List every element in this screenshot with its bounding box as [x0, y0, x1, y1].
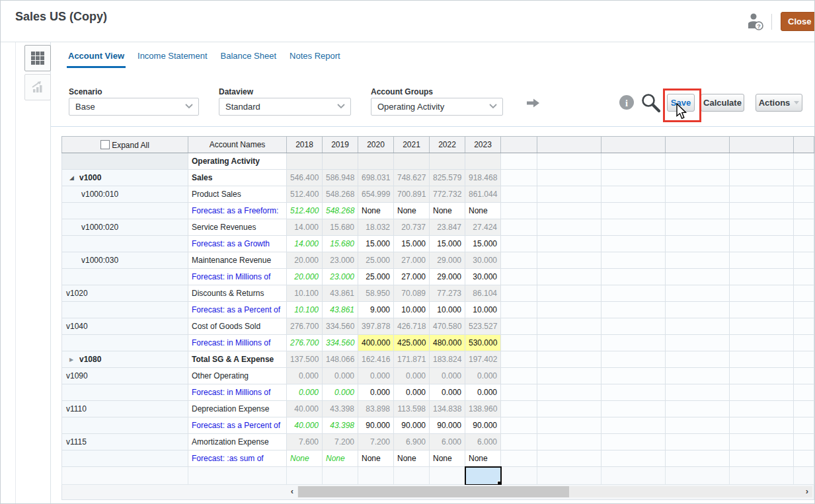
scroll-left-arrow[interactable]: ‹ — [288, 486, 297, 497]
fill-handle[interactable] — [497, 481, 501, 485]
account-code-cell: ▶v1080 — [62, 351, 188, 368]
account-code-cell: v1110 — [62, 401, 188, 417]
tab-account-view[interactable]: Account View — [67, 50, 126, 68]
value-cell[interactable]: 425.000 — [394, 335, 430, 351]
tab-income-statement[interactable]: Income Statement — [136, 50, 209, 68]
empty-cell — [537, 351, 602, 368]
actions-button[interactable]: Actions — [756, 94, 802, 112]
value-cell[interactable]: 90.000 — [358, 417, 394, 434]
value-cell[interactable]: 90.000 — [394, 417, 430, 434]
info-icon[interactable]: i — [619, 95, 634, 110]
user-assistance-icon[interactable]: ? — [746, 12, 765, 32]
account-name-cell: Discounts & Returns — [188, 285, 287, 302]
expand-all-checkbox[interactable] — [100, 140, 110, 149]
account-groups-select[interactable]: Operating Activity — [371, 98, 503, 116]
selected-cell[interactable] — [465, 467, 501, 485]
value-cell: 6.000 — [465, 434, 501, 450]
empty-cell — [501, 368, 537, 384]
value-cell[interactable]: 0.000 — [465, 384, 501, 401]
value-cell[interactable]: None — [358, 450, 394, 467]
value-cell: 23.000 — [323, 252, 358, 269]
empty-column-header — [602, 137, 666, 153]
table-row: Forecast: as a Percent of10.10043.8619.0… — [62, 302, 814, 318]
value-cell[interactable]: 15.000 — [394, 236, 430, 252]
chevron-down-icon — [184, 103, 194, 110]
dataview-select[interactable]: Standard — [219, 98, 351, 116]
header-divider — [771, 14, 772, 30]
scenario-label: Scenario — [69, 87, 102, 96]
account-code-cell: v1000:030 — [62, 252, 188, 269]
value-cell[interactable]: 10.000 — [430, 302, 465, 318]
chart-view-button[interactable] — [24, 74, 51, 100]
account-code-cell: v1115 — [62, 434, 188, 450]
value-cell[interactable]: None — [394, 450, 430, 467]
value-cell[interactable]: 10.000 — [394, 302, 430, 318]
collapse-node-icon[interactable]: ◢ — [69, 174, 77, 181]
value-cell[interactable]: 30.000 — [465, 269, 501, 285]
close-button[interactable]: Close — [781, 12, 815, 31]
value-cell: 18.032 — [358, 219, 394, 236]
account-name-cell: Total SG & A Expense — [188, 351, 287, 368]
value-cell[interactable]: 90.000 — [465, 417, 501, 434]
empty-cell — [537, 368, 602, 384]
scroll-right-arrow[interactable]: › — [802, 486, 812, 497]
column-header-2023[interactable]: 2023 — [465, 137, 501, 153]
empty-cell — [537, 236, 602, 252]
value-cell[interactable]: 9.000 — [358, 302, 394, 318]
value-cell[interactable]: None — [430, 450, 465, 467]
value-cell[interactable]: 0.000 — [358, 384, 394, 401]
empty-cell — [730, 384, 794, 401]
value-cell[interactable]: 27.000 — [394, 269, 430, 285]
value-cell: 15.680 — [323, 236, 358, 252]
value-cell: 30.000 — [465, 252, 501, 269]
value-cell: 20.000 — [287, 252, 323, 269]
value-cell[interactable]: None — [430, 203, 465, 219]
value-cell[interactable]: None — [394, 203, 430, 219]
value-cell[interactable]: None — [465, 450, 501, 467]
value-cell[interactable]: None — [358, 203, 394, 219]
expand-node-icon[interactable]: ▶ — [69, 357, 77, 363]
empty-cell — [602, 417, 666, 434]
h-scrollbar-thumb[interactable] — [298, 486, 569, 497]
value-cell[interactable]: 0.000 — [430, 384, 465, 401]
search-icon[interactable] — [640, 92, 661, 113]
empty-cell — [501, 153, 537, 170]
save-button[interactable]: Save — [667, 94, 695, 112]
value-cell[interactable]: 25.000 — [358, 269, 394, 285]
next-arrow-icon[interactable] — [526, 98, 540, 108]
value-cell[interactable]: 29.000 — [430, 269, 465, 285]
value-cell[interactable]: 15.000 — [430, 236, 465, 252]
scenario-select[interactable]: Base — [69, 98, 199, 116]
forecast-method-link[interactable]: Forecast: in Millions of — [188, 335, 287, 351]
value-cell[interactable]: 15.000 — [465, 236, 501, 252]
forecast-method-link[interactable]: Forecast: in Millions of — [188, 384, 287, 401]
value-cell[interactable]: 90.000 — [430, 417, 465, 434]
tab-notes-report[interactable]: Notes Report — [288, 50, 342, 68]
table-row: v1090Other Operating0.0000.0000.0000.000… — [62, 368, 814, 384]
tab-balance-sheet[interactable]: Balance Sheet — [219, 50, 278, 68]
value-cell: 654.999 — [358, 186, 394, 203]
value-cell: 137.500 — [287, 351, 323, 368]
forecast-method-link[interactable]: Forecast: as a Freeform: — [188, 203, 287, 219]
forecast-method-link[interactable]: Forecast: as a Percent of — [188, 302, 287, 318]
value-cell[interactable]: 0.000 — [394, 384, 430, 401]
value-cell[interactable]: 10.000 — [465, 302, 501, 318]
column-header-2022[interactable]: 2022 — [430, 137, 465, 153]
value-cell[interactable]: None — [465, 203, 501, 219]
forecast-method-link[interactable]: Forecast: as a Growth — [188, 236, 287, 252]
grid-view-button[interactable] — [24, 45, 51, 71]
column-header-2021[interactable]: 2021 — [394, 137, 430, 153]
column-header-2020[interactable]: 2020 — [358, 137, 394, 153]
forecast-method-link[interactable]: Forecast: in Millions of — [188, 269, 287, 285]
value-cell[interactable]: 15.000 — [358, 236, 394, 252]
table-row: v1110Depreciation Expense40.00043.39883.… — [62, 401, 814, 417]
account-code-cell — [62, 269, 188, 285]
value-cell[interactable]: 480.000 — [430, 335, 465, 351]
value-cell[interactable]: 530.000 — [465, 335, 501, 351]
account-code: v1040 — [66, 322, 88, 331]
forecast-method-link[interactable]: Forecast: :as sum of — [188, 450, 287, 467]
empty-cell — [794, 186, 814, 203]
value-cell[interactable]: 400.000 — [358, 335, 394, 351]
forecast-method-link[interactable]: Forecast: as a Percent of — [188, 417, 287, 434]
calculate-button[interactable]: Calculate — [701, 94, 744, 112]
